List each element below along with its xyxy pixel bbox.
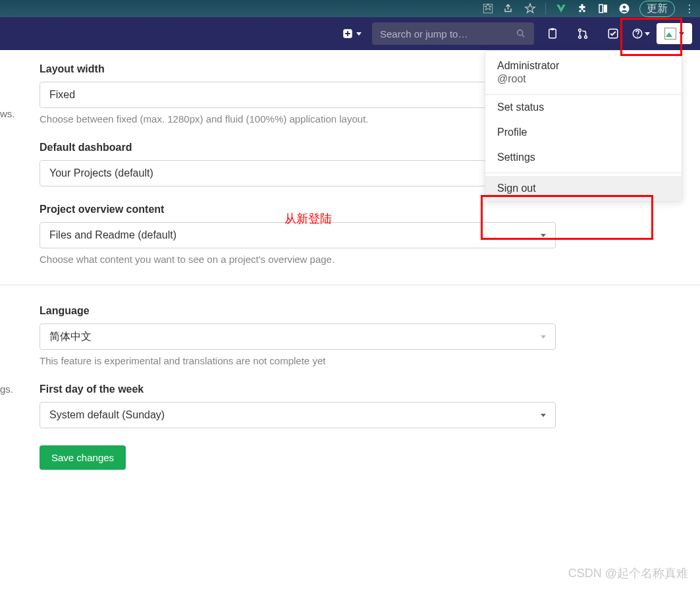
search-icon: [516, 28, 526, 39]
language-select[interactable]: 简体中文: [40, 323, 556, 350]
menu-icon[interactable]: ⋮: [684, 3, 695, 15]
first-day-value: System default (Sunday): [49, 409, 165, 421]
project-overview-value: Files and Readme (default): [49, 229, 176, 241]
project-overview-hint: Choose what content you want to see on a…: [40, 254, 660, 265]
language-label: Language: [40, 305, 660, 317]
user-menu-button[interactable]: [657, 23, 692, 44]
chevron-down-icon: [541, 414, 546, 417]
search-input[interactable]: Search or jump to…: [372, 22, 534, 45]
todos-icon[interactable]: [601, 28, 625, 40]
update-button[interactable]: 更新: [639, 1, 675, 17]
help-button[interactable]: [632, 28, 650, 40]
first-day-label: First day of the week: [40, 383, 660, 395]
merge-requests-icon[interactable]: [571, 28, 595, 40]
star-icon[interactable]: [524, 3, 536, 14]
svg-point-10: [579, 36, 581, 38]
watermark-text: CSDN @起个名称真难: [568, 565, 688, 581]
section-divider: [0, 285, 700, 285]
first-day-select[interactable]: System default (Sunday): [40, 402, 556, 428]
svg-point-4: [623, 6, 626, 9]
profile-icon[interactable]: [618, 3, 630, 14]
default-dashboard-value: Your Projects (default): [49, 167, 153, 179]
translate-icon[interactable]: [482, 3, 494, 14]
extensions-icon[interactable]: [576, 3, 588, 14]
svg-point-9: [579, 29, 581, 32]
vue-icon[interactable]: [555, 3, 567, 14]
layout-width-value: Fixed: [49, 89, 75, 101]
annotation-relogin-text: 从新登陆: [284, 211, 332, 227]
dropdown-header: Administrator @root: [485, 51, 682, 95]
language-value: 简体中文: [49, 330, 92, 344]
svg-rect-8: [551, 28, 554, 30]
save-changes-button[interactable]: Save changes: [40, 445, 126, 470]
issues-icon[interactable]: [541, 28, 564, 40]
language-hint: This feature is experimental and transla…: [40, 355, 660, 366]
svg-rect-1: [599, 5, 603, 13]
menu-separator: [485, 173, 682, 173]
svg-point-11: [585, 36, 587, 38]
divider: [545, 3, 546, 14]
search-placeholder: Search or jump to…: [380, 28, 468, 40]
default-dashboard-select[interactable]: Your Projects (default): [40, 160, 556, 186]
cropped-text-gs: gs.: [0, 383, 13, 395]
user-handle: @root: [497, 73, 670, 85]
share-icon[interactable]: [503, 3, 515, 14]
chevron-down-icon: [541, 234, 546, 237]
create-new-button[interactable]: [338, 28, 365, 40]
svg-point-6: [518, 30, 523, 36]
cropped-text-ws: ws.: [0, 108, 15, 119]
avatar-broken-icon: [664, 28, 676, 40]
svg-rect-2: [604, 5, 607, 13]
app-navbar: Search or jump to…: [0, 17, 700, 50]
panel-icon[interactable]: [597, 3, 609, 14]
layout-width-select[interactable]: Fixed: [40, 82, 556, 108]
user-display-name: Administrator: [497, 60, 670, 72]
project-overview-label: Project overview content: [40, 204, 660, 215]
menu-item-settings[interactable]: Settings: [485, 145, 682, 170]
chevron-down-icon: [541, 335, 546, 339]
menu-item-sign-out[interactable]: Sign out: [485, 176, 682, 201]
browser-toolbar: 更新 ⋮: [0, 0, 700, 17]
svg-rect-7: [549, 29, 556, 38]
menu-item-profile[interactable]: Profile: [485, 120, 682, 145]
svg-point-14: [637, 36, 638, 37]
user-dropdown: Administrator @root Set status Profile S…: [485, 50, 682, 202]
menu-item-set-status[interactable]: Set status: [485, 95, 682, 120]
